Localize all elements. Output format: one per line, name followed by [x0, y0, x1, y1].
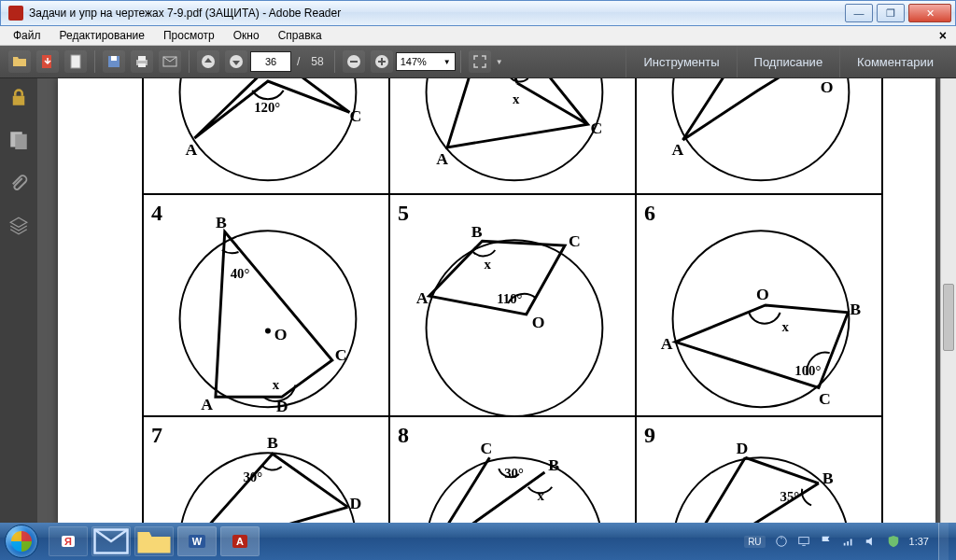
page-total: 58: [311, 55, 323, 68]
zoom-out-icon[interactable]: [343, 50, 365, 73]
document-area[interactable]: A C O 120° A C x: [37, 78, 956, 525]
pdf-page: A C O 120° A C x: [58, 78, 935, 525]
tray-sync-icon[interactable]: [775, 535, 788, 548]
menu-view[interactable]: Просмотр: [154, 27, 224, 44]
zoom-select[interactable]: 147%▼: [396, 52, 456, 71]
svg-text:120°: 120°: [254, 100, 280, 115]
lock-icon[interactable]: [9, 88, 28, 106]
tab-tools[interactable]: Инструменты: [626, 46, 736, 77]
svg-rect-11: [350, 61, 358, 63]
svg-text:C: C: [335, 345, 347, 364]
task-adobe-icon[interactable]: A: [220, 526, 260, 556]
tray-volume-icon[interactable]: [865, 535, 878, 548]
svg-text:x: x: [485, 257, 492, 272]
save-icon[interactable]: [103, 50, 125, 73]
menu-help[interactable]: Справка: [269, 27, 331, 44]
svg-text:35°: 35°: [780, 489, 800, 504]
svg-text:B: B: [267, 433, 278, 452]
svg-text:40°: 40°: [231, 266, 250, 281]
svg-text:110°: 110°: [497, 291, 522, 306]
print-icon[interactable]: [131, 50, 153, 73]
zoom-value: 147%: [401, 56, 427, 67]
svg-text:B: B: [216, 213, 227, 231]
tab-sign[interactable]: Подписание: [737, 46, 840, 77]
task-yandex-icon[interactable]: Я: [49, 526, 88, 556]
svg-text:C: C: [481, 439, 493, 457]
fit-screen-icon[interactable]: [469, 50, 491, 73]
create-pdf-icon[interactable]: [64, 50, 87, 73]
side-panel: [0, 78, 37, 525]
titlebar: Задачи и упр на чертежах 7-9.pdf (ЗАЩИТА…: [0, 0, 956, 26]
svg-text:30°: 30°: [243, 469, 262, 484]
svg-text:B: B: [850, 300, 861, 318]
restore-button[interactable]: ❐: [877, 4, 905, 22]
svg-text:30°: 30°: [504, 466, 524, 481]
task-mail-icon[interactable]: [91, 526, 131, 556]
svg-text:O: O: [821, 78, 834, 96]
taskbar: Я W A RU 1:37: [0, 523, 956, 560]
svg-text:B: B: [548, 455, 559, 474]
page-number-input[interactable]: [250, 51, 291, 72]
scrollbar-thumb[interactable]: [943, 284, 954, 351]
zoom-in-icon[interactable]: [371, 50, 393, 73]
svg-text:x: x: [273, 377, 280, 392]
svg-rect-74: [798, 538, 808, 544]
attachments-icon[interactable]: [9, 174, 28, 192]
workspace: A C O 120° A C x: [0, 78, 956, 525]
window-title: Задачи и упр на чертежах 7-9.pdf (ЗАЩИТА…: [29, 7, 845, 20]
svg-rect-3: [111, 56, 117, 61]
tray-network-icon[interactable]: [842, 535, 855, 548]
system-tray: RU 1:37: [744, 523, 956, 560]
svg-text:A: A: [416, 288, 429, 307]
page-separator: /: [297, 55, 300, 68]
tray-monitor-icon[interactable]: [797, 535, 810, 548]
tab-comment[interactable]: Комментарии: [839, 46, 950, 77]
svg-text:A: A: [436, 149, 448, 168]
vertical-scrollbar[interactable]: [940, 78, 956, 525]
thumbnails-icon[interactable]: [9, 131, 28, 149]
tray-flag-icon[interactable]: [820, 535, 833, 548]
svg-text:O: O: [263, 78, 276, 81]
menu-window[interactable]: Окно: [224, 27, 269, 44]
svg-text:D: D: [736, 439, 748, 457]
menubar: Файл Редактирование Просмотр Окно Справк…: [0, 26, 956, 46]
svg-text:C: C: [819, 389, 831, 408]
email-icon[interactable]: [159, 50, 181, 73]
svg-rect-14: [381, 58, 383, 65]
svg-point-39: [427, 240, 603, 415]
export-pdf-icon[interactable]: [36, 50, 59, 73]
svg-text:B: B: [822, 469, 834, 487]
task-word-icon[interactable]: W: [177, 526, 217, 556]
svg-rect-1: [71, 55, 80, 68]
tray-shield-icon[interactable]: [887, 535, 900, 548]
svg-text:x: x: [513, 91, 520, 106]
svg-text:A: A: [185, 140, 197, 159]
menu-file[interactable]: Файл: [4, 27, 50, 44]
language-indicator[interactable]: RU: [744, 536, 765, 548]
page-down-icon[interactable]: [225, 50, 247, 73]
svg-text:O: O: [532, 313, 545, 331]
svg-text:D: D: [349, 494, 361, 512]
svg-text:O: O: [274, 325, 288, 343]
svg-rect-17: [15, 134, 27, 149]
svg-text:B: B: [471, 222, 483, 241]
svg-text:x: x: [782, 319, 790, 334]
svg-text:A: A: [661, 334, 673, 353]
menu-close-x[interactable]: ×: [934, 28, 952, 43]
task-explorer-icon[interactable]: [134, 526, 174, 556]
minimize-button[interactable]: —: [845, 4, 873, 22]
svg-text:C: C: [569, 231, 581, 250]
layers-icon[interactable]: [9, 217, 28, 235]
menu-edit[interactable]: Редактирование: [50, 27, 154, 44]
open-icon[interactable]: [8, 50, 31, 73]
svg-rect-5: [138, 56, 146, 61]
svg-rect-6: [138, 63, 146, 67]
page-up-icon[interactable]: [197, 50, 219, 73]
svg-text:C: C: [349, 106, 361, 125]
tray-clock[interactable]: 1:37: [909, 536, 929, 547]
show-desktop-button[interactable]: [938, 523, 949, 560]
close-button[interactable]: ✕: [908, 4, 951, 22]
svg-text:O: O: [756, 285, 769, 303]
start-button[interactable]: [0, 523, 43, 560]
svg-text:x: x: [538, 488, 545, 503]
